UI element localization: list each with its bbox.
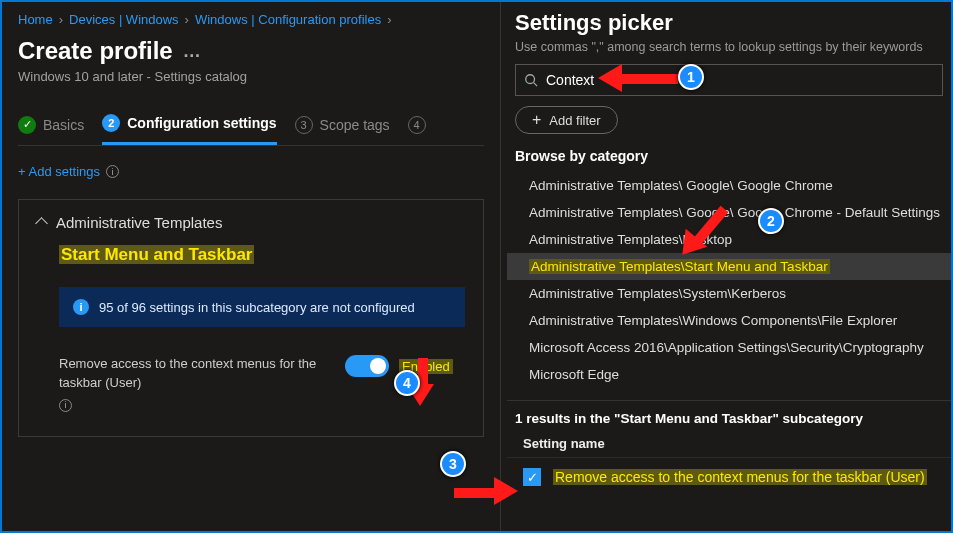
category-item[interactable]: Administrative Templates\Start Menu and … xyxy=(507,253,951,280)
chevron-right-icon: › xyxy=(59,12,63,27)
wizard-steps: Basics 2 Configuration settings 3 Scope … xyxy=(18,114,484,146)
category-item[interactable]: Microsoft Edge xyxy=(507,361,951,388)
svg-point-0 xyxy=(526,75,535,84)
plus-icon: + xyxy=(532,112,541,128)
panel-header[interactable]: Administrative Templates xyxy=(37,214,465,231)
svg-line-1 xyxy=(534,83,538,87)
search-icon xyxy=(524,73,538,87)
breadcrumb: Home› Devices | Windows› Windows | Confi… xyxy=(18,12,484,27)
category-item[interactable]: Administrative Templates\ Google\ Google… xyxy=(507,172,951,199)
crumb-devices[interactable]: Devices | Windows xyxy=(69,12,179,27)
annotation-bubble-3: 3 xyxy=(440,451,466,477)
search-box[interactable] xyxy=(515,64,943,96)
page-subtitle: Windows 10 and later - Settings catalog xyxy=(18,69,484,84)
settings-picker-subtitle: Use commas "," among search terms to loo… xyxy=(507,36,951,64)
category-list: Administrative Templates\ Google\ Google… xyxy=(507,170,951,390)
step-number-icon: 4 xyxy=(408,116,426,134)
result-name: Remove access to the context menus for t… xyxy=(553,469,927,485)
step-scope-tags[interactable]: 3 Scope tags xyxy=(295,116,390,144)
subcategory-title: Start Menu and Taskbar xyxy=(59,245,465,265)
category-item[interactable]: Administrative Templates\System\Kerberos xyxy=(507,280,951,307)
step-four[interactable]: 4 xyxy=(408,116,426,144)
annotation-bubble-4: 4 xyxy=(394,370,420,396)
page-title: Create profile … xyxy=(18,37,484,65)
info-icon: i xyxy=(59,399,72,412)
more-actions-button[interactable]: … xyxy=(183,41,203,62)
category-item[interactable]: Administrative Templates\ Google\ Google… xyxy=(507,199,951,226)
step-number-icon: 3 xyxy=(295,116,313,134)
result-row[interactable]: ✓ Remove access to the context menus for… xyxy=(507,457,951,496)
step-basics[interactable]: Basics xyxy=(18,116,84,144)
step-number-icon: 2 xyxy=(102,114,120,132)
category-item[interactable]: Administrative Templates\Desktop xyxy=(507,226,951,253)
crumb-home[interactable]: Home xyxy=(18,12,53,27)
settings-picker-title: Settings picker xyxy=(507,10,951,36)
info-icon: i xyxy=(73,299,89,315)
chevron-right-icon: › xyxy=(185,12,189,27)
info-icon: i xyxy=(106,165,119,178)
category-item[interactable]: Microsoft Access 2016\Application Settin… xyxy=(507,334,951,361)
chevron-right-icon: › xyxy=(387,12,391,27)
add-filter-button[interactable]: + Add filter xyxy=(515,106,618,134)
checkbox-checked-icon[interactable]: ✓ xyxy=(523,468,541,486)
enabled-toggle[interactable] xyxy=(345,355,389,377)
check-icon xyxy=(18,116,36,134)
category-item[interactable]: Administrative Templates\Windows Compone… xyxy=(507,307,951,334)
results-summary: 1 results in the "Start Menu and Taskbar… xyxy=(507,400,951,428)
setting-label: Remove access to the context menus for t… xyxy=(59,355,319,412)
annotation-bubble-1: 1 xyxy=(678,64,704,90)
chevron-up-icon xyxy=(37,214,46,231)
crumb-profiles[interactable]: Windows | Configuration profiles xyxy=(195,12,381,27)
annotation-bubble-2: 2 xyxy=(758,208,784,234)
add-settings-link[interactable]: + Add settings i xyxy=(18,164,484,179)
config-notice: i 95 of 96 settings in this subcategory … xyxy=(59,287,465,327)
browse-by-category-label: Browse by category xyxy=(507,144,951,170)
column-header-setting-name: Setting name xyxy=(507,428,951,457)
step-configuration-settings[interactable]: 2 Configuration settings xyxy=(102,114,276,145)
